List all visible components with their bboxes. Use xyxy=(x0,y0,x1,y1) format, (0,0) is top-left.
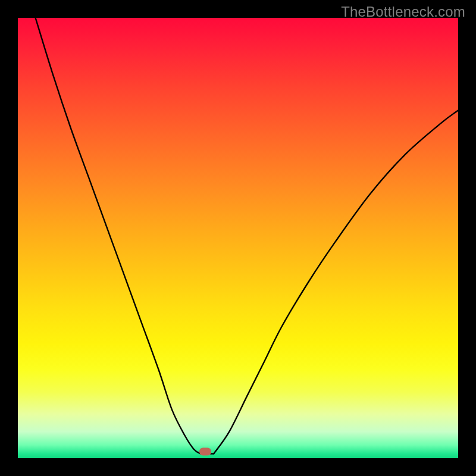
curve-layer xyxy=(18,18,458,458)
plot-area xyxy=(18,18,458,458)
right-curve xyxy=(214,110,458,453)
chart-container: TheBottleneck.com xyxy=(0,0,476,476)
optimum-marker xyxy=(199,447,211,455)
watermark-text: TheBottleneck.com xyxy=(341,4,465,20)
left-curve xyxy=(36,18,201,454)
